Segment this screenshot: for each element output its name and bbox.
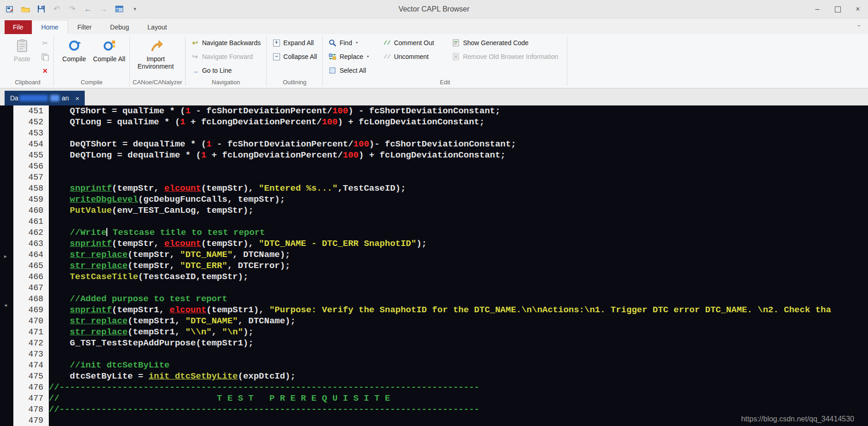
- code-text[interactable]: [49, 349, 868, 360]
- code-text[interactable]: DeQTLong = dequalTime * (1 + fcLongDevia…: [49, 150, 868, 161]
- code-text[interactable]: //--------------------------------------…: [49, 404, 868, 415]
- code-line[interactable]: 472 G_TST_TestStepAddPurpose(tempStr1);: [0, 338, 868, 349]
- compile-all-button[interactable]: Compile All: [92, 36, 127, 64]
- collapse-all-button[interactable]: − Collapse All: [269, 50, 320, 64]
- code-line[interactable]: 456: [0, 161, 868, 172]
- undo-icon[interactable]: ↶: [52, 4, 62, 14]
- code-text[interactable]: TestCaseTitle(TestCaseID,tempStr);: [49, 271, 868, 282]
- code-line[interactable]: 463 snprintf(tempStr, elcount(tempStr), …: [0, 238, 868, 249]
- code-text[interactable]: QTLong = qualTime * (1 + fcLongDeviation…: [49, 117, 868, 128]
- code-line[interactable]: 453: [0, 128, 868, 139]
- tab-filter[interactable]: Filter: [68, 20, 101, 34]
- replace-dropdown-icon[interactable]: ▾: [367, 55, 369, 58]
- code-editor[interactable]: 451 QTShort = qualTime * (1 - fcShortDev…: [0, 105, 868, 426]
- select-all-button[interactable]: Select All: [326, 64, 380, 77]
- code-text[interactable]: QTShort = qualTime * (1 - fcShortDeviati…: [49, 105, 868, 117]
- go-to-line-button[interactable]: → Go to Line: [188, 64, 264, 77]
- code-line[interactable]: 468 //Added purpose to test report: [0, 293, 868, 304]
- views-icon[interactable]: [114, 4, 124, 14]
- code-line[interactable]: 474 //init dtcSetByLite: [0, 360, 868, 371]
- uncomment-button[interactable]: // Uncomment: [380, 50, 449, 64]
- tab-layout[interactable]: Layout: [138, 20, 176, 34]
- code-text[interactable]: [49, 172, 868, 183]
- code-line[interactable]: 452 QTLong = qualTime * (1 + fcLongDevia…: [0, 117, 868, 128]
- code-text[interactable]: //--------------------------------------…: [49, 382, 868, 393]
- app-icon[interactable]: [5, 4, 15, 14]
- code-text[interactable]: // T E S T P R E R E Q U I S I T E: [49, 393, 868, 404]
- navigate-forward-button[interactable]: ↪ Navigate Forward: [188, 50, 264, 64]
- show-generated-code-button[interactable]: Show Generated Code: [449, 36, 564, 50]
- code-text[interactable]: str_replace(tempStr1, "DTC_NAME", DTCNam…: [49, 315, 868, 327]
- splitter-left-icon[interactable]: ◄: [3, 303, 8, 308]
- tab-file[interactable]: File: [5, 20, 32, 34]
- code-line[interactable]: 479: [0, 415, 868, 426]
- code-line[interactable]: 476//-----------------------------------…: [0, 382, 868, 393]
- code-line[interactable]: 454 DeQTShort = dequalTime * (1 - fcShor…: [0, 139, 868, 150]
- tab-home[interactable]: Home: [32, 20, 68, 34]
- code-line[interactable]: 464 str_replace(tempStr, "DTC_NAME", DTC…: [0, 249, 868, 260]
- code-text[interactable]: str_replace(tempStr, "DTC_NAME", DTCName…: [49, 249, 868, 260]
- code-text[interactable]: //init dtcSetByLite: [49, 360, 868, 371]
- tab-debug[interactable]: Debug: [101, 20, 138, 34]
- code-line[interactable]: 461: [0, 216, 868, 227]
- code-text[interactable]: DeQTShort = dequalTime * (1 - fcShortDev…: [49, 139, 868, 150]
- document-tab[interactable]: Da an ×: [5, 91, 85, 105]
- navigate-back-icon[interactable]: ←: [83, 4, 93, 14]
- code-line[interactable]: 455 DeQTLong = dequalTime * (1 + fcLongD…: [0, 150, 868, 161]
- code-line[interactable]: 465 str_replace(tempStr, "DTC_ERR", DTCE…: [0, 260, 868, 271]
- copy-icon[interactable]: [40, 52, 51, 63]
- code-text[interactable]: [49, 128, 868, 139]
- splitter-right-icon[interactable]: ►: [3, 254, 8, 259]
- code-text[interactable]: dtcSetByLite = init_dtcSetbyLite(expDtcI…: [49, 371, 868, 382]
- replace-button[interactable]: Replace ▾: [326, 50, 380, 64]
- collapse-ribbon-icon[interactable]: ˇ: [857, 24, 860, 31]
- code-text[interactable]: str_replace(tempStr1, "\\n", "\n");: [49, 327, 868, 338]
- find-dropdown-icon[interactable]: ▾: [356, 41, 358, 45]
- code-line[interactable]: 459 writeDbgLevel(gcDebugFuncCalls, temp…: [0, 194, 868, 205]
- remove-old-browser-info-button[interactable]: Remove Old Browser Information: [449, 50, 564, 64]
- open-folder-icon[interactable]: [20, 4, 30, 14]
- code-line[interactable]: 475 dtcSetByLite = init_dtcSetbyLite(exp…: [0, 371, 868, 382]
- code-line[interactable]: 460 PutValue(env_TEST_CanLog, tempStr);: [0, 205, 868, 216]
- code-line[interactable]: 458 snprintf(tempStr, elcount(tempStr), …: [0, 183, 868, 194]
- code-line[interactable]: 457: [0, 172, 868, 183]
- code-line[interactable]: 451 QTShort = qualTime * (1 - fcShortDev…: [0, 105, 868, 117]
- code-text[interactable]: G_TST_TestStepAddPurpose(tempStr1);: [49, 338, 868, 349]
- code-text[interactable]: snprintf(tempStr, elcount(tempStr), "Ent…: [49, 183, 868, 194]
- tab-close-icon[interactable]: ×: [75, 94, 79, 102]
- delete-icon[interactable]: ×: [40, 65, 51, 76]
- save-icon[interactable]: [36, 4, 46, 14]
- code-line[interactable]: 470 str_replace(tempStr1, "DTC_NAME", DT…: [0, 315, 868, 327]
- code-text[interactable]: //Write Testcase title to test report: [49, 227, 868, 238]
- find-button[interactable]: Find ▾: [326, 36, 380, 50]
- code-line[interactable]: 477// T E S T P R E R E Q U I S I T E: [0, 393, 868, 404]
- code-text[interactable]: writeDbgLevel(gcDebugFuncCalls, tempStr)…: [49, 194, 868, 205]
- code-text[interactable]: snprintf(tempStr1, elcount(tempStr1), "P…: [49, 304, 868, 315]
- cut-icon[interactable]: ✂: [40, 38, 51, 49]
- expand-all-button[interactable]: + Expand All: [269, 36, 320, 50]
- paste-button[interactable]: Paste: [5, 36, 40, 64]
- code-line[interactable]: 471 str_replace(tempStr1, "\\n", "\n");: [0, 327, 868, 338]
- code-line[interactable]: 466 TestCaseTitle(TestCaseID,tempStr);: [0, 271, 868, 282]
- maximize-button[interactable]: [827, 0, 848, 18]
- navigate-backwards-button[interactable]: ↩ Navigate Backwards: [188, 36, 264, 50]
- compile-button[interactable]: Compile: [57, 36, 92, 64]
- qat-dropdown-icon[interactable]: ▾: [130, 4, 140, 14]
- code-line[interactable]: 473: [0, 349, 868, 360]
- code-text[interactable]: [49, 161, 868, 172]
- import-environment-button[interactable]: Import Environment: [133, 36, 179, 72]
- code-line[interactable]: 467: [0, 282, 868, 293]
- code-line[interactable]: 462 //Write Testcase title to test repor…: [0, 227, 868, 238]
- code-line[interactable]: 469 snprintf(tempStr1, elcount(tempStr1)…: [0, 304, 868, 315]
- code-text[interactable]: snprintf(tempStr, elcount(tempStr), "DTC…: [49, 238, 868, 249]
- comment-out-button[interactable]: // Comment Out: [380, 36, 449, 50]
- code-text[interactable]: PutValue(env_TEST_CanLog, tempStr);: [49, 205, 868, 216]
- code-text[interactable]: [49, 282, 868, 293]
- code-text[interactable]: //Added purpose to test report: [49, 293, 868, 304]
- minimize-button[interactable]: –: [807, 0, 827, 18]
- close-button[interactable]: ×: [848, 0, 868, 18]
- code-text[interactable]: [49, 216, 868, 227]
- code-text[interactable]: str_replace(tempStr, "DTC_ERR", DTCError…: [49, 260, 868, 271]
- code-line[interactable]: 478//-----------------------------------…: [0, 404, 868, 415]
- redo-icon[interactable]: ↷: [67, 4, 77, 14]
